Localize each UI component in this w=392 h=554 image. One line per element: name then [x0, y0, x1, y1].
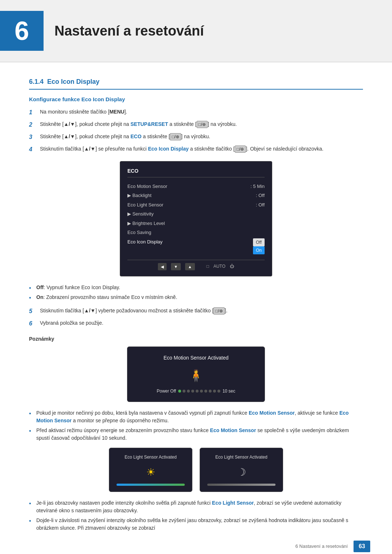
sun-icon: ☀ — [117, 465, 185, 480]
menu-row-eco-motion: Eco Motion Sensor : 5 Min — [127, 182, 265, 191]
step-1: 1 Na monitoru stiskněte tlačítko [MENU]. — [29, 108, 363, 117]
light-sensor-box-moon: Eco Light Sensor Activated ☽ — [200, 448, 283, 492]
moon-icon: ☽ — [207, 465, 275, 480]
bullet-off: Off: Vypnutí funkce Eco Icon Display. — [29, 284, 363, 291]
sensor-person-icon: 🧍 — [138, 367, 254, 384]
bullet-on: On: Zobrazení provozního stavu snímače E… — [29, 294, 363, 301]
eco-motion-sensor-display: Eco Motion Sensor Activated 🧍 Power Off … — [127, 346, 265, 402]
content-area: 6.1.4 Eco Icon Display Konfigurace funkc… — [0, 77, 392, 554]
footer-page-number: 63 — [354, 541, 370, 552]
bullet-light-list: Je-li jas obrazovky nastaven podle inten… — [29, 499, 363, 532]
dot-3 — [187, 390, 190, 393]
bullet-notes-list: Pokud je monitor nečinný po dobu, která … — [29, 409, 363, 442]
ls-title-1: Eco Light Sensor Activated — [117, 454, 185, 460]
light-sensor-box-sun: Eco Light Sensor Activated ☀ — [109, 448, 192, 492]
bullet-note-1: Pokud je monitor nečinný po dobu, která … — [29, 409, 363, 424]
step-4: 4 Stisknutím tlačítka [▲/▼] se přesuňte … — [29, 145, 363, 154]
dropdown-options: Off On — [253, 238, 265, 254]
dot-1 — [178, 390, 181, 393]
menu-bottom-bar: ◀ ▼ ▲ □ AUTO ⏻ — [127, 260, 265, 271]
sensor-display-title: Eco Motion Sensor Activated — [138, 354, 254, 362]
dropdown-off: Off — [253, 238, 265, 246]
menu-screenshot: ECO Eco Motion Sensor : 5 Min Backlight … — [120, 161, 272, 277]
menu-row-backlight: Backlight : Off — [127, 191, 265, 200]
dot-10 — [217, 390, 220, 393]
menu-row-sensitivity: Sensitivity — [127, 209, 265, 219]
steps-list: 1 Na monitoru stiskněte tlačítko [MENU].… — [29, 108, 363, 154]
menu-row-eco-light: Eco Light Sensor : Off — [127, 200, 265, 210]
dot-2 — [183, 390, 185, 393]
step-2: 2 Stiskněte [▲/▼], pokud chcete přejit n… — [29, 120, 363, 129]
dropdown-on: On — [253, 246, 265, 254]
ls-title-2: Eco Light Sensor Activated — [207, 454, 275, 460]
menu-row-eco-saving: Eco Saving — [127, 228, 265, 237]
ls-bar-2 — [207, 484, 275, 486]
bullet-options-list: Off: Vypnutí funkce Eco Icon Display. On… — [29, 284, 363, 301]
menu-row-eco-icon-display: Eco Icon Display Off On — [127, 237, 265, 255]
power-off-label: Power Off — [157, 388, 176, 394]
dot-9 — [213, 390, 216, 393]
notes-label: Poznámky — [29, 335, 363, 343]
dot-progress — [178, 390, 220, 393]
bullet-light-1: Je-li jas obrazovky nastaven podle inten… — [29, 499, 363, 514]
page-footer: 6 Nastavení a resetování 63 — [22, 541, 370, 552]
step-5: 5 Stisknutím tlačítka [▲/▼] vyberte poža… — [29, 307, 363, 316]
chapter-title: Nastavení a resetování — [54, 21, 204, 41]
power-off-row: Power Off 10 sec — [138, 388, 254, 394]
bullet-light-2: Dojde-li v závislosti na zvýšení intenzi… — [29, 517, 363, 532]
footer-chapter-label: 6 Nastavení a resetování — [295, 543, 348, 550]
section-heading: 6.1.4 Eco Icon Display — [29, 77, 363, 90]
chapter-header: 6 Nastavení a resetování — [0, 0, 392, 62]
step-3: 3 Stiskněte [▲/▼], pokud chcete přejit n… — [29, 133, 363, 141]
dot-5 — [196, 390, 199, 393]
ls-bar-1 — [117, 484, 185, 486]
menu-title: ECO — [127, 167, 265, 177]
chapter-number: 6 — [0, 11, 44, 51]
dot-8 — [209, 390, 212, 393]
light-sensor-row: Eco Light Sensor Activated ☀ Eco Light S… — [29, 448, 363, 492]
subsection-heading: Konfigurace funkce Eco Icon Display — [29, 95, 363, 104]
bullet-note-2: Před aktivací režimu úspory energie se z… — [29, 427, 363, 442]
dot-6 — [200, 390, 203, 393]
dot-4 — [191, 390, 194, 393]
step-6: 6 Vybraná položka se použije. — [29, 319, 363, 328]
menu-row-brightness: Brightnes Level — [127, 219, 265, 228]
time-label: 10 sec — [222, 388, 235, 394]
steps-56-list: 5 Stisknutím tlačítka [▲/▼] vyberte poža… — [29, 307, 363, 328]
page: 6 Nastavení a resetování 6.1.4 Eco Icon … — [0, 0, 392, 554]
dot-7 — [204, 390, 207, 393]
